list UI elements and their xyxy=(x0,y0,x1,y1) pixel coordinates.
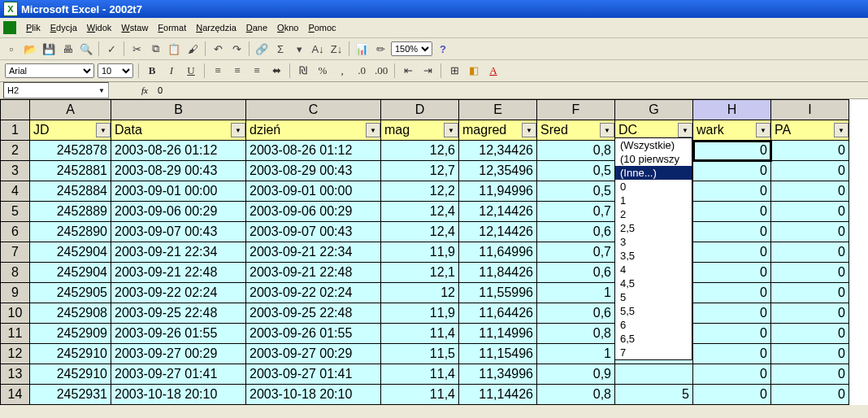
dec-indent-icon[interactable]: ⇤ xyxy=(400,63,416,79)
cell[interactable] xyxy=(615,364,693,385)
cell[interactable]: 12,4 xyxy=(381,222,459,242)
fill-color-icon[interactable]: ◧ xyxy=(466,63,482,79)
cell[interactable]: 0 xyxy=(693,181,771,202)
cell[interactable]: 12,35496 xyxy=(459,161,537,181)
cell[interactable]: 0 xyxy=(771,202,849,222)
cell[interactable]: 11,55996 xyxy=(459,283,537,303)
paste-icon[interactable]: 📋 xyxy=(166,41,182,57)
row-header-8[interactable]: 8 xyxy=(1,263,30,283)
cell[interactable]: 0,6 xyxy=(537,303,615,324)
filter-button-Data[interactable]: ▼ xyxy=(231,123,245,137)
name-box[interactable]: H2 ▼ xyxy=(3,82,109,98)
cell[interactable]: 0 xyxy=(771,222,849,242)
col-header-F[interactable]: F xyxy=(537,100,615,120)
filter-button-mag[interactable]: ▼ xyxy=(444,123,458,137)
cell[interactable]: 2452909 xyxy=(30,324,111,344)
cell[interactable]: 11,4 xyxy=(381,364,459,385)
row-header-12[interactable]: 12 xyxy=(1,344,30,364)
cell[interactable]: 12,7 xyxy=(381,161,459,181)
font-color-icon[interactable]: A xyxy=(485,63,501,79)
chart-icon[interactable]: 📊 xyxy=(354,41,370,57)
cell[interactable]: 0 xyxy=(693,161,771,181)
row-header-11[interactable]: 11 xyxy=(1,324,30,344)
save-icon[interactable]: 💾 xyxy=(41,41,57,57)
align-right-icon[interactable]: ≡ xyxy=(249,63,265,79)
cell[interactable]: 2003-09-22 02:24 xyxy=(111,283,246,303)
filter-option[interactable]: 6 xyxy=(615,318,692,332)
cell[interactable]: 2003-09-27 00:29 xyxy=(246,344,381,364)
row-header-3[interactable]: 3 xyxy=(1,161,30,181)
filter-button-wark[interactable]: ▼ xyxy=(756,123,770,137)
cell[interactable]: 0 xyxy=(771,364,849,385)
menu-pomoc[interactable]: Pomoc xyxy=(303,21,341,34)
cell[interactable]: 12 xyxy=(381,283,459,303)
borders-icon[interactable]: ⊞ xyxy=(446,63,462,79)
menu-plik[interactable]: Plik xyxy=(21,21,46,34)
row-header-10[interactable]: 10 xyxy=(1,303,30,324)
cell[interactable]: 0,6 xyxy=(537,222,615,242)
cell[interactable]: 0 xyxy=(771,283,849,303)
col-header-C[interactable]: C xyxy=(246,100,381,120)
cell[interactable]: 2452878 xyxy=(30,141,111,161)
dropdown-icon[interactable]: ▾ xyxy=(291,41,307,57)
cell[interactable]: 11,4 xyxy=(381,324,459,344)
cell[interactable]: 0 xyxy=(693,141,771,161)
cell[interactable]: 11,34996 xyxy=(459,364,537,385)
filter-option[interactable]: 2 xyxy=(615,207,692,221)
comma-icon[interactable]: , xyxy=(334,63,350,79)
cell[interactable]: 2003-09-26 01:55 xyxy=(246,324,381,344)
filter-button-magred[interactable]: ▼ xyxy=(522,123,536,137)
cell[interactable]: 0 xyxy=(693,344,771,364)
row-header-6[interactable]: 6 xyxy=(1,222,30,242)
cell[interactable]: 0 xyxy=(771,324,849,344)
fontsize-select[interactable]: 10 xyxy=(98,63,133,78)
cell[interactable]: 0 xyxy=(771,344,849,364)
menu-edycja[interactable]: Edycja xyxy=(46,21,82,34)
cell[interactable]: 2003-09-01 00:00 xyxy=(111,181,246,202)
cell[interactable]: 2003-09-25 22:48 xyxy=(246,303,381,324)
cell[interactable]: 2003-09-22 02:24 xyxy=(246,283,381,303)
filter-option[interactable]: 0 xyxy=(615,180,692,194)
row-header-7[interactable]: 7 xyxy=(1,242,30,263)
merge-icon[interactable]: ⬌ xyxy=(268,63,284,79)
cell[interactable]: 2003-08-26 01:12 xyxy=(246,141,381,161)
cell[interactable]: 0,8 xyxy=(537,385,615,405)
filter-button-DC[interactable]: ▼ xyxy=(678,123,692,137)
cell[interactable]: 2003-09-25 22:48 xyxy=(111,303,246,324)
cell[interactable]: 0 xyxy=(693,324,771,344)
filter-option[interactable]: 5 xyxy=(615,290,692,304)
filter-option[interactable]: 1 xyxy=(615,194,692,207)
cell[interactable]: 2452910 xyxy=(30,344,111,364)
spell-icon[interactable]: ✓ xyxy=(103,41,119,57)
filter-button-dzień[interactable]: ▼ xyxy=(366,123,380,137)
redo-icon[interactable]: ↷ xyxy=(228,41,245,57)
menu-widok[interactable]: Widok xyxy=(82,21,117,34)
row-header-2[interactable]: 2 xyxy=(1,141,30,161)
cell[interactable]: 0,5 xyxy=(537,161,615,181)
row-header-5[interactable]: 5 xyxy=(1,202,30,222)
cell[interactable]: 2003-09-27 01:41 xyxy=(246,364,381,385)
cell[interactable]: 0 xyxy=(771,242,849,263)
col-header-D[interactable]: D xyxy=(381,100,459,120)
col-header-I[interactable]: I xyxy=(771,100,849,120)
filter-option[interactable]: 5,5 xyxy=(615,304,692,318)
new-icon[interactable]: ▫ xyxy=(3,41,20,57)
col-header-H[interactable]: H xyxy=(693,100,771,120)
autosum-icon[interactable]: Σ xyxy=(272,41,289,57)
field-header-PA[interactable]: PA▼ xyxy=(771,120,849,141)
cell[interactable]: 2003-09-07 00:43 xyxy=(111,222,246,242)
cell[interactable]: 2452890 xyxy=(30,222,111,242)
menu-okno[interactable]: Okno xyxy=(272,21,303,34)
cell[interactable]: 0 xyxy=(693,242,771,263)
sort-desc-icon[interactable]: Z↓ xyxy=(328,41,345,57)
cell[interactable]: 2003-09-27 00:29 xyxy=(111,344,246,364)
open-icon[interactable]: 📂 xyxy=(22,41,38,57)
help-icon[interactable]: ? xyxy=(435,41,451,57)
field-header-mag[interactable]: mag▼ xyxy=(381,120,459,141)
copy-icon[interactable]: ⧉ xyxy=(147,41,163,57)
cell[interactable]: 0 xyxy=(693,385,771,405)
cell[interactable]: 11,14996 xyxy=(459,324,537,344)
cell[interactable]: 0 xyxy=(771,385,849,405)
cell[interactable]: 2452889 xyxy=(30,202,111,222)
cell[interactable]: 2003-09-06 00:29 xyxy=(111,202,246,222)
